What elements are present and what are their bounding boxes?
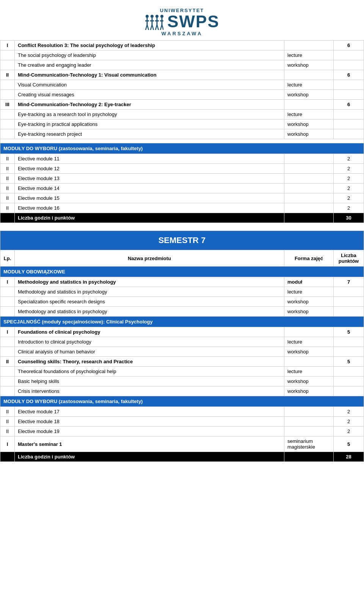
pts-cell: 2 bbox=[334, 203, 364, 213]
lp-cell bbox=[0, 60, 15, 70]
table-row: II Elective module 19 2 bbox=[0, 427, 364, 436]
pts-cell bbox=[334, 307, 364, 317]
semester-header-row: SEMESTR 7 bbox=[0, 231, 364, 250]
table-row: II Mind-Communication-Technology 1: Visu… bbox=[0, 70, 364, 80]
table-row: II Elective module 14 2 bbox=[0, 184, 364, 193]
name-cell: The social psychology of leadership bbox=[15, 50, 284, 60]
table-row: II Elective module 11 2 bbox=[0, 154, 364, 164]
pts-cell bbox=[334, 367, 364, 377]
name-cell: Counselling skills: Theory, research and… bbox=[15, 357, 284, 367]
form-cell bbox=[284, 154, 334, 164]
name-cell: Introduction to clinical psychology bbox=[15, 337, 284, 347]
pts-cell bbox=[334, 297, 364, 307]
lp-cell bbox=[0, 347, 15, 357]
table-row bbox=[0, 139, 364, 143]
name-cell: Basic helping skills bbox=[15, 377, 284, 386]
name-cell: Crisis interventions bbox=[15, 386, 284, 396]
lp-cell: II bbox=[0, 154, 15, 164]
header-row: Lp. Nazwa przedmiotu Forma zajęć Liczba … bbox=[0, 250, 364, 267]
pts-cell bbox=[334, 386, 364, 396]
table-row: Eye-tracking as a research tool in psych… bbox=[0, 110, 364, 119]
name-cell: Elective module 12 bbox=[15, 164, 284, 174]
name-cell: Elective module 11 bbox=[15, 154, 284, 164]
semester7-table: SEMESTR 7 Lp. Nazwa przedmiotu Forma zaj… bbox=[0, 231, 364, 462]
logo-figures-icon bbox=[144, 13, 163, 30]
name-cell: Methodology and statistics in psychology bbox=[15, 277, 284, 287]
table-row: The social psychology of leadership lect… bbox=[0, 50, 364, 60]
obowiazkowe-header: MODUŁY OBOWIĄZKOWE bbox=[0, 267, 364, 277]
name-cell: Mind-Communication-Technology 1: Visual … bbox=[15, 70, 284, 80]
lp-cell bbox=[0, 452, 15, 462]
total-label: Liczba godzin i punktów bbox=[15, 213, 284, 223]
form-cell bbox=[284, 203, 334, 213]
form-cell: workshop bbox=[284, 377, 334, 386]
name-cell: Methodology and statistics in psychology bbox=[15, 287, 284, 297]
moduly-wyboru-header: MODUŁY DO WYBORU (zastosowania, seminari… bbox=[0, 143, 364, 154]
name-cell: Visual Communication bbox=[15, 80, 284, 90]
lp-cell bbox=[0, 377, 15, 386]
pts-cell bbox=[334, 347, 364, 357]
form-cell: lecture bbox=[284, 80, 334, 90]
name-cell: Elective module 15 bbox=[15, 193, 284, 203]
form-cell bbox=[284, 41, 334, 50]
pts-cell bbox=[334, 337, 364, 347]
lp-cell: II bbox=[0, 174, 15, 184]
pts-cell: 5 bbox=[334, 436, 364, 452]
pts-cell: 2 bbox=[334, 427, 364, 436]
table-row: Introduction to clinical psychology lect… bbox=[0, 337, 364, 347]
form-cell bbox=[284, 184, 334, 193]
table-row: II Elective module 17 2 bbox=[0, 407, 364, 417]
table-row: I Conflict Resolution 3: The social psyc… bbox=[0, 41, 364, 50]
lp-cell: II bbox=[0, 184, 15, 193]
name-cell: Elective module 19 bbox=[15, 427, 284, 436]
table-row: Creating visual messages workshop bbox=[0, 90, 364, 100]
name-cell: Methodology and statistics in psychology bbox=[15, 307, 284, 317]
name-cell: Specialization specific research designs bbox=[15, 297, 284, 307]
top-table: I Conflict Resolution 3: The social psyc… bbox=[0, 40, 364, 223]
masters-seminar-row: I Master's seminar 1 seminarium magister… bbox=[0, 436, 364, 452]
pts-cell: 2 bbox=[334, 164, 364, 174]
lp-cell bbox=[0, 367, 15, 377]
moduly-wyboru-header-s7: MODUŁY DO WYBORU (zastosowania, seminari… bbox=[0, 396, 364, 407]
form-cell: workshop bbox=[284, 297, 334, 307]
name-cell: Creating visual messages bbox=[15, 90, 284, 100]
lp-cell: II bbox=[0, 70, 15, 80]
pts-cell: 2 bbox=[334, 154, 364, 164]
total-pts: 30 bbox=[334, 213, 364, 223]
table-row: II Elective module 18 2 bbox=[0, 417, 364, 427]
form-cell: workshop bbox=[284, 119, 334, 129]
lp-cell: II bbox=[0, 407, 15, 417]
table-row: II Elective module 15 2 bbox=[0, 193, 364, 203]
pts-cell: 7 bbox=[334, 277, 364, 287]
lp-cell bbox=[0, 287, 15, 297]
table-row: Eye-tracking research project workshop bbox=[0, 129, 364, 139]
table-row: Eye-tracking in practical applications w… bbox=[0, 119, 364, 129]
form-cell bbox=[284, 357, 334, 367]
form-cell: lecture bbox=[284, 337, 334, 347]
table-row: Methodology and statistics in psychology… bbox=[0, 287, 364, 297]
lp-cell bbox=[0, 80, 15, 90]
lp-cell bbox=[0, 297, 15, 307]
table-row: Theoretical foundations of psychological… bbox=[0, 367, 364, 377]
form-cell: lecture bbox=[284, 50, 334, 60]
form-cell bbox=[284, 427, 334, 436]
lp-cell: II bbox=[0, 164, 15, 174]
table-row: I Foundations of clinical psychology 5 bbox=[0, 327, 364, 337]
city-name: WARSZAWA bbox=[0, 31, 364, 36]
form-cell: lecture bbox=[284, 110, 334, 119]
pts-cell bbox=[334, 287, 364, 297]
lp-cell bbox=[0, 50, 15, 60]
svg-line-14 bbox=[157, 25, 158, 30]
form-cell bbox=[284, 213, 334, 223]
table-row: II Counselling skills: Theory, research … bbox=[0, 357, 364, 367]
table-row: Basic helping skills workshop bbox=[0, 377, 364, 386]
form-cell: workshop bbox=[284, 60, 334, 70]
lp-cell: III bbox=[0, 100, 15, 110]
lp-cell bbox=[0, 307, 15, 317]
table-row: II Elective module 12 2 bbox=[0, 164, 364, 174]
lp-cell: II bbox=[0, 427, 15, 436]
name-cell: The creative and engaging leader bbox=[15, 60, 284, 70]
lp-cell bbox=[0, 129, 15, 139]
name-cell: Foundations of clinical psychology bbox=[15, 327, 284, 337]
table-row: Visual Communication lecture bbox=[0, 80, 364, 90]
